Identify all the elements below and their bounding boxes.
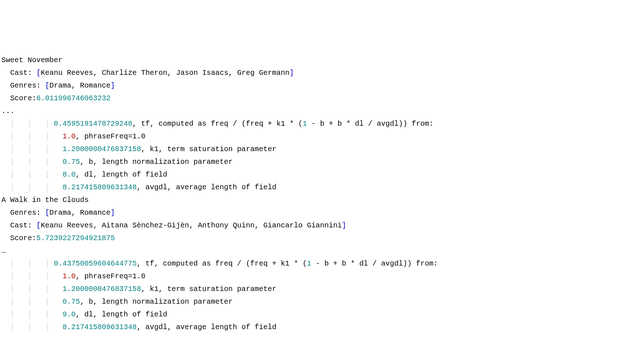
ellipsis: ... bbox=[1, 105, 620, 117]
query-explain-output: Sweet November Cast: [Keanu Reeves, Char… bbox=[1, 54, 620, 333]
record-title: Sweet November bbox=[1, 54, 620, 66]
record-genres: Genres: [Drama, Romance] bbox=[1, 206, 620, 219]
tf-detail: │ │ │ 0.75, b, length normalization para… bbox=[1, 155, 620, 168]
tf-detail: │ │ │ 8.217415809631348, avgdl, average … bbox=[1, 181, 620, 194]
tf-line: │ │ │ 0.43750059604644775, tf, computed … bbox=[1, 257, 620, 270]
tf-detail: │ │ │ 0.75, b, length normalization para… bbox=[1, 295, 620, 308]
record-genres: Genres: [Drama, Romance] bbox=[1, 79, 620, 92]
tf-line: │ │ │ 0.4595191478729248, tf, computed a… bbox=[1, 117, 620, 130]
record-title: A Walk in the Clouds bbox=[1, 194, 620, 206]
tf-detail: │ │ │ 9.0, dl, length of field bbox=[1, 308, 620, 321]
record-score: Score:6.011996746063232 bbox=[1, 92, 620, 105]
tf-detail: │ │ │ 1.2000000476837158, k1, term satur… bbox=[1, 283, 620, 295]
tf-detail: │ │ │ 1.0, phraseFreq=1.0 bbox=[1, 130, 620, 143]
tf-detail: │ │ │ 8.217415809631348, avgdl, average … bbox=[1, 321, 620, 333]
record-score: Score:5.7239227294921875 bbox=[1, 232, 620, 244]
ellipsis: … bbox=[1, 244, 620, 257]
record-cast: Cast: [Keanu Reeves, Aitana Sènchez-Gijè… bbox=[1, 219, 620, 232]
tf-detail: │ │ │ 1.0, phraseFreq=1.0 bbox=[1, 270, 620, 283]
tf-detail: │ │ │ 8.0, dl, length of field bbox=[1, 168, 620, 181]
tf-detail: │ │ │ 1.2000000476837158, k1, term satur… bbox=[1, 143, 620, 155]
record-cast: Cast: [Keanu Reeves, Charlize Theron, Ja… bbox=[1, 66, 620, 79]
